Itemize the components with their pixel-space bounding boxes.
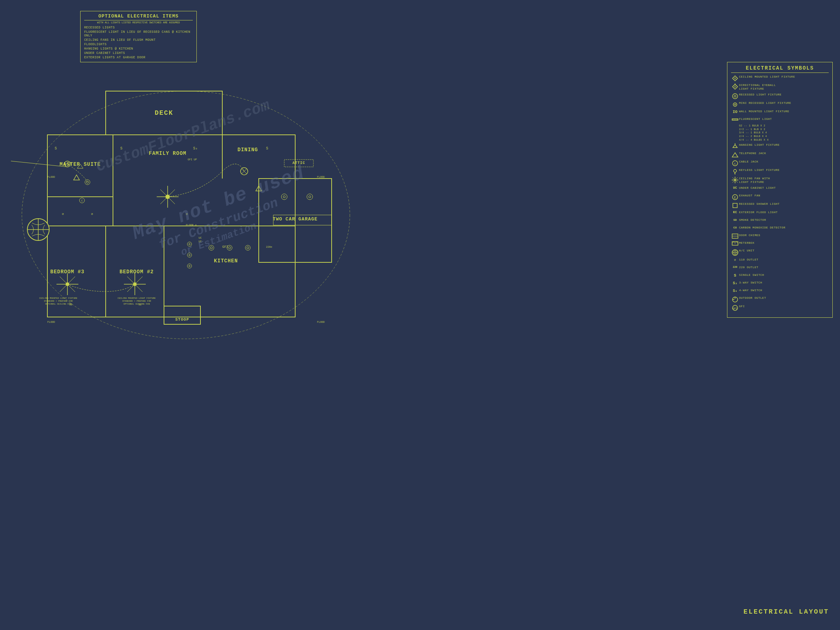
door-chimes-label: DOOR CHIMES (739, 234, 829, 237)
gfi-icon: GFI (731, 305, 739, 311)
svg-text:ATTIC: ATTIC (292, 161, 305, 165)
cable-jack-label: CABLE JACK (739, 160, 829, 164)
optional-item-2: FLUORESCENT LIGHT IN LIEU OF RECESSED CA… (84, 30, 193, 38)
svg-point-88 (283, 196, 285, 198)
svg-text:UC: UC (199, 237, 202, 239)
svg-text:C: C (734, 162, 736, 166)
svg-text:FAMILY ROOM: FAMILY ROOM (149, 150, 186, 156)
fluorescent-label: FLUORESCENT LIGHT (739, 117, 829, 121)
svg-text:FLOOD: FLOOD (317, 175, 325, 178)
symbol-exhaust-fan: E EXHAUST FAN (731, 194, 829, 201)
fluorescent-sub: G2 -- 1 BULB x 22/2 -- 1 BLB x 23/4 -- 1… (731, 124, 829, 142)
svg-point-87 (281, 194, 287, 200)
carbon-monoxide-label: CARBON MONOXIDE DETECTOR (739, 226, 829, 229)
svg-text:DECK: DECK (155, 109, 173, 117)
svg-text:C: C (81, 199, 83, 202)
recessed-light-label: RECESSED LIGHT FIXTURE (739, 93, 829, 96)
svg-text:S: S (120, 147, 122, 150)
svg-point-91 (209, 245, 214, 250)
under-cabinet-label: UNDER CABINET LIGHT (739, 186, 829, 190)
outlet-110-icon: ⊘ (731, 258, 739, 262)
hanging-light-icon (731, 143, 739, 150)
4way-switch-icon: S₄ (731, 289, 739, 293)
svg-text:FLOOD: FLOOD (47, 175, 55, 178)
svg-text:GFI: GFI (222, 245, 228, 249)
svg-text:FLOOD: FLOOD (47, 321, 55, 324)
optional-item-4: FLOODLIGHTS (84, 42, 193, 47)
3way-switch-label: 3-WAY SWITCH (739, 281, 829, 284)
svg-text:S: S (266, 147, 268, 150)
svg-text:UC: UC (199, 240, 202, 243)
keyless-light-icon (731, 168, 739, 175)
symbol-exterior-flood: KC EXTERIOR FLOOD LIGHT (731, 211, 829, 216)
symbol-under-cabinet: UC UNDER CABINET LIGHT (731, 186, 829, 192)
svg-text:GFI: GFI (733, 307, 737, 310)
optional-item-6: UNDER CABINET LIGHTS (84, 51, 193, 55)
mini-recessed-label: MINI RECESSED LIGHT FIXTURE (739, 101, 829, 105)
telephone-jack-icon (731, 152, 739, 158)
svg-point-135 (189, 254, 190, 256)
symbol-hanging-light: HANGING LIGHT FIXTURE (731, 143, 829, 150)
under-cabinet-icon: UC (731, 186, 739, 190)
exhaust-fan-label: EXHAUST FAN (739, 194, 829, 197)
svg-text:FLOOR ⊘: FLOOR ⊘ (186, 224, 196, 227)
carbon-monoxide-icon: CO (731, 226, 739, 229)
svg-text:OPTIONAL CEILING FAN: OPTIONAL CEILING FAN (45, 303, 71, 305)
symbol-keyless-light: KEYLESS LIGHT FIXTURE (731, 168, 829, 175)
optional-item-7: EXTERIOR LIGHTS AT GARAGE DOOR (84, 55, 193, 60)
gfi-label: GFI (739, 305, 829, 308)
outlet-220-icon: 220 (731, 265, 739, 268)
ac-unit-icon (731, 249, 739, 256)
main-container: OPTIONAL ELECTRICAL ITEMS WITH ALL LIGHT… (0, 0, 840, 630)
door-chimes-icon (731, 234, 739, 238)
mini-recessed-icon (731, 101, 739, 108)
symbol-gfi: GFI GFI (731, 305, 829, 311)
meterbox-icon (731, 241, 739, 246)
exterior-flood-icon: KC (731, 211, 739, 214)
exhaust-fan-icon: E (731, 194, 739, 201)
symbol-3way-switch: S₃ 3-WAY SWITCH (731, 281, 829, 287)
svg-text:⊘: ⊘ (62, 212, 64, 216)
outlet-110-label: 110 OUTLET (739, 258, 829, 262)
svg-point-136 (187, 264, 192, 268)
telephone-jack-label: TELEPHONE JACK (739, 152, 829, 155)
smoke-detector-icon: SD (731, 218, 739, 221)
symbol-110-outlet: ⊘ 110 OUTLET (731, 258, 829, 264)
single-switch-label: SINGLE SWITCH (739, 273, 829, 277)
ceiling-fan-icon (731, 177, 739, 183)
symbol-ceiling-fan: CEILING FAN WITHLIGHT FIXTURE (731, 177, 829, 185)
symbol-wall-mounted: IO WALL MOUNTED LIGHT FIXTURE (731, 110, 829, 115)
svg-point-89 (307, 194, 313, 200)
symbol-smoke-detector: SD SMOKE DETECTOR (731, 218, 829, 224)
svg-point-133 (189, 243, 190, 245)
svg-text:E: E (734, 196, 736, 200)
svg-point-132 (187, 242, 192, 246)
svg-point-96 (247, 247, 249, 249)
single-switch-icon: S (731, 273, 739, 278)
ceiling-fan-label: CEILING FAN WITHLIGHT FIXTURE (739, 177, 829, 185)
svg-point-77 (85, 180, 90, 185)
svg-point-90 (309, 196, 311, 198)
meterbox-label: METERBOX (739, 241, 829, 245)
4way-switch-label: 4-WAY SWITCH (739, 289, 829, 292)
recessed-shower-icon (731, 202, 739, 209)
svg-point-95 (245, 245, 250, 250)
svg-text:S₃: S₃ (193, 147, 197, 150)
outdoor-outlet-label: OUTDOOR OUTLET (739, 296, 829, 300)
cable-jack-icon: C (731, 160, 739, 166)
svg-text:⊘: ⊘ (91, 212, 93, 216)
optional-item-3: CEILING FANS IN LIEU OF FLUSH MOUNT (84, 38, 193, 42)
svg-text:FLOOD: FLOOD (317, 321, 325, 324)
symbol-fluorescent: FLUORESCENT LIGHT (731, 117, 829, 123)
svg-text:TWO CAR GARAGE: TWO CAR GARAGE (273, 216, 317, 222)
svg-point-12 (735, 104, 736, 105)
wall-mounted-label: WALL MOUNTED LIGHT FIXTURE (739, 110, 829, 113)
fluorescent-icon (731, 117, 739, 122)
svg-point-78 (86, 181, 88, 183)
symbol-door-chimes: DOOR CHIMES (731, 234, 829, 239)
svg-text:STANDARD = PREPARE FOR: STANDARD = PREPARE FOR (122, 300, 151, 302)
symbol-meterbox: METERBOX (731, 241, 829, 247)
svg-text:CEILING MOUNTED LIGHT FIXTURE: CEILING MOUNTED LIGHT FIXTURE (39, 297, 77, 300)
svg-text:S: S (55, 147, 57, 150)
outlet-220-label: 220 OUTLET (739, 265, 829, 269)
